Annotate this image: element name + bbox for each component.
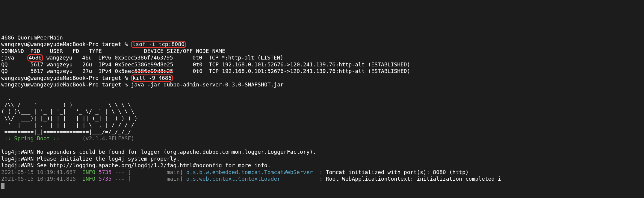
log-colon-0: : <box>316 169 326 175</box>
cmd-lsof: lsof -i tcp:8080 <box>132 41 184 47</box>
highlight-kill-command: kill -9 4686 <box>131 74 173 82</box>
row-java-post: wangzeyu 46u IPv6 0x5eec5386f7463795 0t0… <box>43 54 283 61</box>
spring-boot-label: :: Spring Boot :: <box>1 135 82 141</box>
log-level-1: INFO <box>82 176 95 182</box>
spring-version: (v2.1.4.RELEASE) <box>82 135 134 141</box>
prompt: wangzeyu@wangzeyudeMacBook-Pro target % <box>1 81 131 88</box>
prompt: wangzeyu@wangzeyudeMacBook-Pro target % <box>1 41 131 47</box>
cursor <box>1 183 4 189</box>
log-logger-0: o.s.b.w.embedded.tomcat.TomcatWebServer <box>186 169 316 175</box>
log4j-warn-2: log4j:WARN See http://logging.apache.org… <box>1 162 270 168</box>
row-qq2-post: 0t0 TCP 192.168.0.101:52676->120.241.139… <box>173 68 410 74</box>
log4j-warn-0: log4j:WARN No appenders could be found f… <box>1 149 316 155</box>
cmd-java: java -jar dubbo-admin-server-0.3.0-SNAPS… <box>131 81 283 88</box>
terminal[interactable]: 4686 QuorumPeerMain wangzeyu@wangzeyudeM… <box>0 27 644 190</box>
log-logger-1: o.s.web.context.ContextLoader <box>186 176 316 182</box>
row-java-pre: java <box>1 54 27 61</box>
log-colon-1: : <box>316 176 326 182</box>
table-header: COMMAND PID USER FD TYPE DEVICE SIZE/OFF… <box>1 48 225 54</box>
log-msg-1: Root WebApplicationContext: initializati… <box>326 176 501 182</box>
log-mid-0: --- [ main] <box>111 169 186 175</box>
log-ts-1: 2021-05-15 10:19:41.815 <box>1 176 82 182</box>
log-mid-1: --- [ main] <box>111 176 186 182</box>
log-pid-0: 5735 <box>95 169 111 175</box>
highlight-pid-4686: 4686 <box>27 54 43 62</box>
cmd-kill: kill -9 4686 <box>132 75 171 81</box>
log4j-warn-1: log4j:WARN Please initialize the log4j s… <box>1 156 180 162</box>
prompt: wangzeyu@wangzeyudeMacBook-Pro target % <box>1 75 131 81</box>
log-msg-0: Tomcat initialized with port(s): 8080 (h… <box>326 169 469 175</box>
row-qq1: QQ 5617 wangzeyu 26u IPv4 0x5eec5386e99d… <box>1 61 410 68</box>
row-java-pid: 4686 <box>29 54 42 61</box>
row-qq2-strike: 5386e99d8c25 <box>134 68 173 74</box>
log-level-0: INFO <box>82 169 95 175</box>
highlight-lsof-command: lsof -i tcp:8080 <box>131 41 186 48</box>
prev-process-line: 4686 QuorumPeerMain <box>1 34 63 41</box>
row-qq2-pre: QQ 5617 wangzeyu 27u IPv4 0x5eec <box>1 68 134 74</box>
spring-ascii-banner: . ____ _ __ _ _ /\\ / ___'_ __ _ _(_)_ _… <box>1 95 137 135</box>
log-ts-0: 2021-05-15 10:19:41.687 <box>1 169 82 175</box>
log-pid-1: 5735 <box>95 176 111 182</box>
